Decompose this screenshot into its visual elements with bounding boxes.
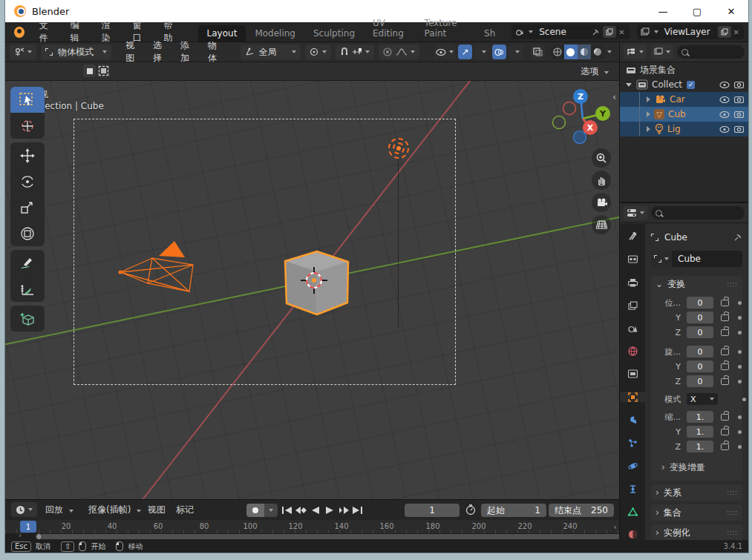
tab-constraints[interactable]	[620, 484, 645, 494]
timeline-menu-playback[interactable]: 回放	[45, 504, 73, 516]
orientation-dropdown[interactable]: 全局	[241, 45, 301, 59]
play-button[interactable]	[322, 504, 336, 517]
animate-dot-icon[interactable]	[738, 430, 742, 434]
shading-dropdown[interactable]	[607, 50, 612, 53]
mode-dropdown[interactable]: 物体模式	[41, 45, 111, 59]
play-reverse-button[interactable]	[308, 504, 322, 517]
disclosure-triangle-icon[interactable]	[647, 126, 650, 132]
scroll-left-arrow[interactable]: ›	[19, 531, 22, 539]
transform-panel-header[interactable]: ⌄ 变换 ::::	[651, 276, 742, 292]
location-y-field[interactable]: 0	[687, 312, 713, 323]
disclosure-triangle-icon[interactable]	[626, 83, 632, 87]
camera-object[interactable]	[117, 237, 202, 300]
frame-end-field[interactable]: 结束点250	[549, 504, 614, 517]
pin-icon[interactable]	[733, 233, 742, 242]
outliner-filter-button[interactable]	[651, 45, 673, 59]
keying-set-dropdown[interactable]	[264, 504, 278, 517]
shading-solid-button[interactable]	[564, 45, 578, 59]
pin-icon[interactable]	[589, 27, 601, 37]
rotation-y-field[interactable]: 0	[687, 360, 713, 372]
viewport-canvas[interactable]: 用户透视 (1) Collection | Cube	[5, 81, 619, 499]
hide-eye-icon[interactable]	[719, 82, 730, 88]
object-type-dropdown[interactable]	[651, 251, 672, 267]
unlink-scene-icon[interactable]: ✕	[618, 28, 624, 36]
delta-transform-panel[interactable]: ›变换增量	[651, 460, 739, 475]
outliner-search-input[interactable]	[677, 45, 745, 59]
remove-viewlayer-icon[interactable]: ✕	[733, 28, 739, 36]
viewlayer-selector[interactable]: ViewLayer ✕	[637, 24, 744, 39]
tab-texture-paint[interactable]: Texture Paint	[416, 15, 475, 42]
tab-physics[interactable]	[620, 461, 645, 471]
menu-view[interactable]: 视图	[119, 39, 146, 65]
timeline-ruler[interactable]: 1 20 40 60 80 100 120 140 160 180 200 22…	[5, 520, 619, 533]
editor-type-button[interactable]	[10, 45, 36, 59]
blender-menu-icon[interactable]	[14, 27, 24, 38]
scrollbar-thumb[interactable]	[37, 534, 714, 539]
snap-toggle[interactable]	[336, 45, 374, 59]
toggle-ortho-button[interactable]	[592, 215, 611, 234]
menu-select[interactable]: 选择	[146, 39, 174, 65]
light-object[interactable]	[388, 138, 409, 159]
minimize-button[interactable]: —	[646, 0, 680, 22]
properties-display-button[interactable]	[624, 205, 647, 220]
close-button[interactable]: ✕	[714, 0, 748, 22]
lock-icon[interactable]	[721, 429, 729, 435]
new-scene-button[interactable]	[603, 26, 616, 38]
menu-file[interactable]: 文件	[32, 19, 63, 45]
hide-eye-icon[interactable]	[719, 111, 730, 118]
tab-modifiers[interactable]	[620, 415, 645, 425]
tab-sculpting[interactable]: Sculpting	[304, 25, 364, 42]
hide-eye-icon[interactable]	[719, 126, 730, 133]
disable-render-icon[interactable]	[734, 125, 744, 133]
location-z-field[interactable]: 0	[687, 326, 713, 338]
tab-object[interactable]	[620, 392, 645, 402]
scene-selector[interactable]: Scene ✕	[511, 24, 629, 39]
timeline-menu-keying[interactable]: 抠像(插帧)	[88, 504, 141, 516]
shading-rendered-button[interactable]	[591, 45, 604, 59]
select-extend-button[interactable]	[97, 65, 110, 77]
jump-to-end-button[interactable]	[350, 504, 364, 517]
animate-dot-icon[interactable]	[738, 316, 742, 320]
object-name-field[interactable]: Cube	[651, 251, 742, 267]
tab-view-layer[interactable]	[620, 300, 645, 311]
lock-icon[interactable]	[721, 300, 729, 306]
outliner-display-mode[interactable]	[624, 45, 647, 59]
tab-scene[interactable]	[620, 323, 645, 334]
timeline-editor-type-button[interactable]	[11, 502, 37, 517]
move-tool[interactable]	[10, 142, 45, 168]
animate-dot-icon[interactable]	[742, 398, 746, 401]
disable-render-icon[interactable]	[734, 81, 744, 88]
light-row[interactable]: Lig	[620, 122, 748, 136]
tab-collection[interactable]	[620, 369, 645, 380]
relations-panel[interactable]: ›关系::::	[651, 484, 742, 501]
disclosure-triangle-icon[interactable]	[647, 111, 650, 117]
lock-icon[interactable]	[721, 329, 729, 336]
new-viewlayer-button[interactable]	[718, 26, 731, 38]
animate-dot-icon[interactable]	[738, 415, 742, 419]
scale-y-field[interactable]: 1.	[687, 426, 713, 438]
disclosure-triangle-icon[interactable]	[647, 96, 650, 102]
hide-eye-icon[interactable]	[719, 96, 730, 103]
tab-particles[interactable]	[620, 438, 645, 448]
sidebar-collapse-arrow[interactable]: ‹	[612, 91, 616, 102]
shading-material-button[interactable]	[578, 45, 591, 59]
pivot-dropdown[interactable]	[305, 45, 331, 59]
xray-toggle[interactable]	[531, 45, 545, 59]
prev-keyframe-button[interactable]	[294, 504, 308, 517]
tab-world[interactable]	[620, 346, 645, 357]
scale-x-field[interactable]: 1.	[687, 411, 713, 423]
current-frame-field[interactable]: 1	[405, 504, 460, 517]
show-overlays-toggle[interactable]	[492, 45, 506, 59]
rotation-x-field[interactable]: 0	[687, 346, 713, 358]
measure-tool[interactable]	[10, 276, 45, 302]
show-gizmo-toggle[interactable]: ↗	[458, 45, 472, 59]
use-preview-range-button[interactable]	[465, 504, 476, 515]
zoom-button[interactable]	[592, 148, 611, 168]
lock-icon[interactable]	[721, 349, 729, 355]
camera-row[interactable]: Car	[620, 92, 748, 107]
scale-tool[interactable]	[10, 194, 45, 220]
tab-object-data[interactable]	[620, 507, 645, 517]
maximize-button[interactable]: ▢	[680, 0, 714, 22]
transform-tool[interactable]	[10, 220, 45, 246]
select-set-button[interactable]	[83, 65, 96, 77]
